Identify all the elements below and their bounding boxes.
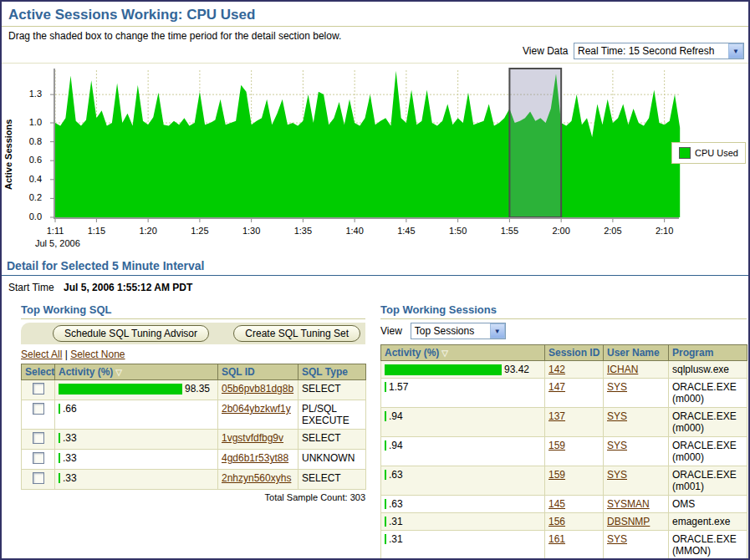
session-id-link-cell: 159	[545, 466, 604, 496]
select-none-link[interactable]: Select None	[70, 349, 125, 360]
activity-bar	[385, 411, 386, 421]
user-name-link[interactable]: SYS	[607, 440, 627, 451]
chevron-down-icon: ▼	[490, 323, 505, 339]
session-id-link-cell: 137	[545, 408, 604, 437]
legend-label: CPU Used	[695, 148, 738, 158]
sql-id-link[interactable]: 2nhzyn560xyhs	[222, 472, 291, 484]
activity-bar	[385, 499, 386, 509]
row-select-checkbox[interactable]	[33, 383, 44, 395]
active-sessions-page: Active Sessions Working: CPU Used Drag t…	[0, 0, 750, 560]
sql-table-row: 98.3505b6pvb81dg8bSELECT	[22, 380, 366, 400]
row-select-checkbox[interactable]	[33, 472, 44, 484]
x-tick-label: 1:30	[233, 226, 270, 236]
sessions-table-row: 93.42142ICHANsqlplusw.exe	[381, 361, 747, 379]
activity-value: .66	[63, 403, 77, 415]
sql-id-link[interactable]: 1vgstvfdfbg9v	[222, 432, 283, 444]
program: ORACLE.EXE (m000)	[669, 408, 747, 437]
view-data-row: View Data Real Time: 15 Second Refresh ▼	[2, 43, 748, 64]
user-name-link[interactable]: ICHAN	[607, 364, 638, 375]
y-tick-label: 0.6	[5, 155, 42, 165]
col-header-sql-type[interactable]: SQL Type	[298, 364, 366, 380]
sql-id-link-cell: 2b064ybzkwf1y	[218, 400, 298, 430]
start-time-label: Start Time	[8, 282, 54, 293]
session-id-link[interactable]: 159	[548, 469, 565, 481]
user-name-link[interactable]: SYSMAN	[607, 498, 650, 510]
col-header-sql-id[interactable]: SQL ID	[218, 364, 298, 380]
link-separator: |	[65, 349, 68, 360]
row-select-checkbox[interactable]	[33, 432, 44, 444]
view-data-select[interactable]: Real Time: 15 Second Refresh ▼	[574, 43, 744, 59]
view-data-label: View Data	[523, 45, 568, 57]
session-id-link[interactable]: 137	[548, 410, 565, 422]
time-selection-box[interactable]	[509, 69, 561, 217]
sessions-table-row: 1.57147SYSORACLE.EXE (m000)	[381, 379, 747, 408]
col-header-activity[interactable]: Activity (%)▽	[55, 364, 218, 380]
sessions-table-row: .94137SYSORACLE.EXE (m000)	[381, 408, 747, 437]
session-id-link[interactable]: 159	[548, 440, 565, 451]
y-tick-label: 0.0	[5, 211, 42, 221]
row-select-checkbox[interactable]	[33, 452, 44, 464]
detail-section-title: Detail for Selected 5 Minute Interval	[2, 257, 748, 276]
user-name-link-cell: SYS	[604, 408, 669, 437]
row-select-checkbox[interactable]	[33, 403, 44, 415]
y-tick-label: 0.8	[5, 136, 42, 146]
activity-bar	[385, 534, 386, 544]
activity-bar	[385, 364, 502, 375]
activity-cell: .33	[55, 450, 218, 470]
sql-id-link-cell: 4gd6b1r53yt88	[218, 450, 298, 470]
session-id-link[interactable]: 145	[548, 498, 565, 510]
y-tick-label: 0.4	[5, 174, 42, 184]
sql-type: SELECT	[298, 470, 366, 490]
col-header-program[interactable]: Program	[669, 345, 747, 361]
top-working-sql-section: Top Working SQL Schedule SQL Tuning Advi…	[21, 303, 365, 560]
activity-value: .31	[389, 533, 403, 545]
sessions-view-select[interactable]: Top Sessions ▼	[411, 323, 506, 339]
cpu-used-swatch-icon	[679, 147, 691, 159]
col-header-user-name[interactable]: User Name	[604, 345, 669, 361]
sql-id-link[interactable]: 2b064ybzkwf1y	[222, 403, 291, 415]
activity-value: .31	[389, 516, 403, 527]
page-title: Active Sessions Working: CPU Used	[8, 7, 748, 23]
select-links-row: Select All | Select None	[21, 349, 365, 360]
col-header-select: Select	[22, 364, 55, 380]
select-all-link[interactable]: Select All	[21, 349, 62, 360]
x-tick-label: 1:55	[491, 226, 528, 236]
session-id-link-cell: 161	[545, 531, 604, 560]
user-name-link[interactable]: SYS	[607, 469, 627, 481]
program: OMS	[669, 496, 747, 513]
view-data-selected-value: Real Time: 15 Second Refresh	[574, 45, 728, 57]
cpu-used-chart: Active Sessions Jul 5, 2006 CPU Used 0.0…	[2, 65, 748, 252]
activity-bar	[59, 453, 60, 463]
schedule-sql-tuning-advisor-button[interactable]: Schedule SQL Tuning Advisor	[53, 325, 209, 342]
sql-id-link-cell: 05b6pvb81dg8b	[218, 380, 298, 400]
create-sql-tuning-set-button[interactable]: Create SQL Tuning Set	[233, 325, 360, 342]
col-header-activity[interactable]: Activity (%)▽	[381, 345, 545, 361]
top-working-sessions-title: Top Working Sessions	[380, 303, 747, 319]
activity-bar	[385, 470, 386, 480]
activity-bar	[59, 384, 182, 395]
activity-value: .63	[389, 469, 403, 481]
session-id-link[interactable]: 161	[548, 533, 565, 545]
sql-table-row: .662b064ybzkwf1yPL/SQL EXECUTE	[22, 400, 366, 430]
x-tick-label: 1:50	[440, 226, 477, 236]
user-name-link[interactable]: DBSNMP	[607, 516, 650, 527]
session-id-link-cell: 147	[545, 379, 604, 408]
start-time-row: Start Time Jul 5, 2006 1:55:12 AM PDT	[8, 282, 748, 293]
sql-id-link[interactable]: 4gd6b1r53yt88	[222, 452, 288, 464]
user-name-link[interactable]: SYS	[607, 533, 627, 545]
user-name-link-cell: SYS	[604, 379, 669, 408]
session-id-link[interactable]: 156	[548, 516, 565, 527]
sessions-view-selected-value: Top Sessions	[411, 325, 490, 337]
activity-bar	[385, 382, 386, 392]
sql-toolbar: Schedule SQL Tuning Advisor Create SQL T…	[21, 323, 365, 344]
select-cell	[22, 430, 55, 450]
col-header-session-id[interactable]: Session ID	[545, 345, 604, 361]
session-id-link[interactable]: 142	[548, 364, 565, 375]
session-id-link[interactable]: 147	[548, 381, 565, 393]
sessions-table-row: .31161SYSORACLE.EXE (MMON)	[381, 531, 747, 560]
sql-id-link[interactable]: 05b6pvb81dg8b	[222, 383, 293, 395]
user-name-link[interactable]: SYS	[607, 410, 627, 422]
activity-cell: .63	[381, 496, 545, 513]
user-name-link[interactable]: SYS	[607, 381, 627, 393]
activity-value: .63	[389, 498, 403, 510]
